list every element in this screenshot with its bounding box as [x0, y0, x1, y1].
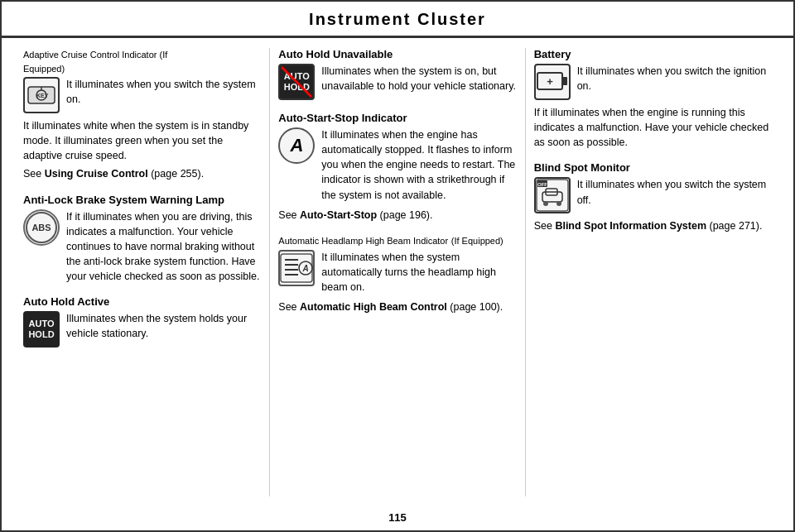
adaptive-cruise-link: Using Cruise Control [45, 168, 148, 180]
auto-hold-active-title: Auto Hold Active [23, 295, 261, 308]
content-area: Adaptive Cruise Control Indicator (If Eq… [2, 38, 793, 506]
auto-start-stop-text: It illuminates when the engine has autom… [321, 127, 516, 203]
section-anti-lock: Anti-Lock Brake System Warning Lamp ABS … [23, 194, 261, 285]
battery-icon-row: + It illuminates when you switch the ign… [534, 64, 772, 100]
battery-icon: + [534, 64, 571, 100]
auto-hold-active-text: Illuminates when the system holds your v… [66, 311, 261, 341]
adaptive-cruise-icon-row: KEY It illuminates when you switch the s… [23, 77, 261, 113]
svg-rect-15 [562, 77, 567, 85]
anti-lock-title: Anti-Lock Brake System Warning Lamp [23, 194, 261, 206]
svg-text:A: A [302, 264, 309, 273]
abs-icon-svg: ABS [25, 211, 58, 244]
page-container: Instrument Cluster Adaptive Cruise Contr… [0, 0, 795, 532]
svg-text:OFF: OFF [537, 182, 547, 187]
auto-hold-active-icon: AUTO HOLD [23, 311, 60, 347]
page-header: Instrument Cluster [2, 2, 793, 38]
auto-start-stop-icon: A [278, 127, 315, 164]
battery-text1: It illuminates when you switch the ignit… [577, 64, 772, 93]
anti-lock-icon-row: ABS If it illuminates when you are drivi… [23, 209, 261, 285]
blind-spot-ref: See Blind Spot Information System (page … [534, 218, 772, 233]
adaptive-cruise-text1: It illuminates when you switch the syste… [66, 77, 261, 107]
auto-high-beam-link: Automatic High Beam Control [300, 301, 447, 313]
cruise-control-icon: KEY [23, 77, 60, 113]
svg-point-22 [543, 201, 548, 206]
section-blind-spot: Blind Spot Monitor OFF [534, 161, 772, 233]
auto-start-stop-title: Auto-Start-Stop Indicator [278, 112, 516, 124]
blind-spot-icon: OFF [534, 177, 571, 213]
blind-spot-link1: Blind Spot Information System [555, 220, 706, 232]
svg-point-23 [556, 201, 561, 206]
column-1: Adaptive Cruise Control Indicator (If Eq… [15, 48, 270, 496]
auto-start-stop-link: Auto-Start-Stop [300, 209, 377, 221]
section-battery: Battery + It illuminates when you switch… [534, 48, 772, 150]
blind-spot-svg: OFF [536, 179, 569, 212]
battery-text2: If it illuminates when the engine is run… [534, 105, 772, 150]
auto-start-stop-icon-row: A It illuminates when the engine has aut… [278, 127, 516, 203]
adaptive-cruise-title: Adaptive Cruise Control Indicator (If [23, 48, 261, 60]
section-auto-hold-unavail: Auto Hold Unavailable AUTO HOLD Illumina… [278, 48, 516, 100]
auto-high-beam-title: Automatic Headlamp High Beam Indicator (… [278, 234, 516, 247]
blind-spot-icon-row: OFF It illuminates when you switch the s… [534, 177, 772, 213]
anti-lock-text: If it illuminates when you are driving, … [66, 209, 261, 285]
svg-line-6 [282, 67, 311, 97]
page-number: 115 [2, 506, 793, 530]
unavail-x-overlay [280, 65, 313, 98]
page-title: Instrument Cluster [309, 10, 486, 28]
svg-text:+: + [547, 75, 553, 88]
section-adaptive-cruise: Adaptive Cruise Control Indicator (If Eq… [23, 48, 261, 182]
adaptive-cruise-body2: It illuminates white when the system is … [23, 118, 261, 163]
svg-text:ABS: ABS [31, 223, 51, 232]
adaptive-cruise-body3: See Using Cruise Control (page 255). [23, 166, 261, 181]
abs-icon: ABS [23, 209, 60, 246]
auto-high-beam-subtitle: (If Equipped) [451, 236, 504, 246]
blind-spot-text1: It illuminates when you switch the syste… [577, 177, 772, 207]
section-auto-hold-active: Auto Hold Active AUTO HOLD Illuminates w… [23, 295, 261, 347]
section-auto-high-beam: Automatic Headlamp High Beam Indicator (… [278, 234, 516, 315]
battery-title: Battery [534, 48, 772, 60]
adaptive-cruise-subtitle: Equipped) [23, 64, 261, 74]
auto-start-stop-ref: See Auto-Start-Stop (page 196). [278, 208, 516, 223]
auto-hold-unavail-title: Auto Hold Unavailable [278, 48, 516, 60]
cruise-icon-svg: KEY [26, 80, 56, 110]
column-3: Battery + It illuminates when you switch… [526, 48, 780, 496]
section-auto-start-stop: Auto-Start-Stop Indicator A It illuminat… [278, 112, 516, 223]
auto-high-beam-icon-row: A It illuminates when the system automat… [278, 250, 516, 295]
battery-svg: + [536, 66, 569, 98]
auto-hold-unavail-icon-row: AUTO HOLD Illuminates when the system is… [278, 64, 516, 100]
auto-hold-unavail-icon: AUTO HOLD [278, 64, 315, 100]
column-2: Auto Hold Unavailable AUTO HOLD Illumina… [270, 48, 525, 496]
high-beam-svg: A [280, 253, 313, 283]
blind-spot-title: Blind Spot Monitor [534, 161, 772, 174]
auto-high-beam-ref: See Automatic High Beam Control (page 10… [278, 300, 516, 314]
svg-text:KEY: KEY [36, 93, 49, 98]
auto-hold-unavail-text: Illuminates when the system is on, but u… [321, 64, 516, 93]
high-beam-icon: A [278, 250, 315, 286]
auto-hold-active-icon-row: AUTO HOLD Illuminates when the system ho… [23, 311, 261, 347]
auto-high-beam-text: It illuminates when the system automatic… [321, 250, 516, 295]
